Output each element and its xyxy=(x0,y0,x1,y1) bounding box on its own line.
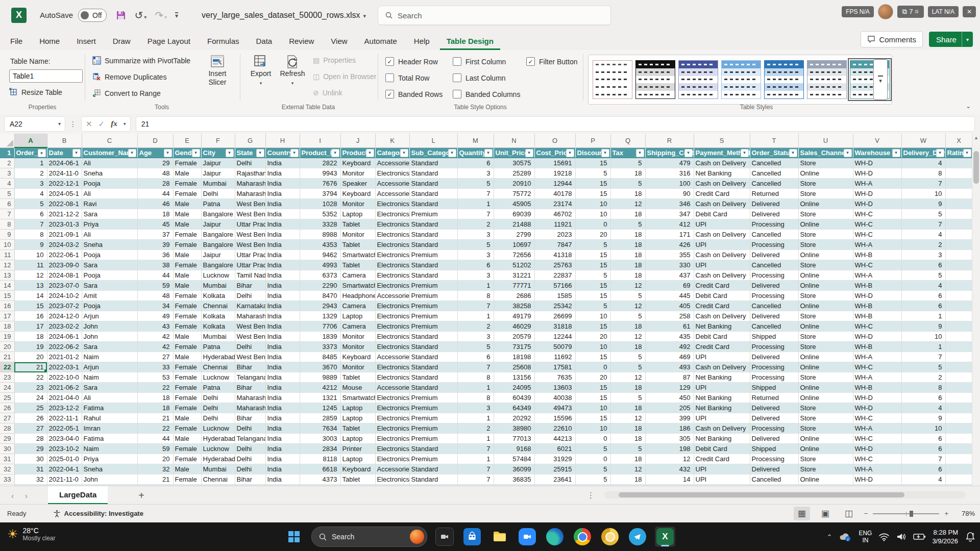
cell-O11[interactable]: 41318 xyxy=(534,250,575,260)
volume-icon[interactable] xyxy=(896,532,906,541)
filter-dropdown-icon[interactable]: ▼ xyxy=(192,149,200,157)
cell-K7[interactable]: Electronics xyxy=(375,209,409,219)
cell-V33[interactable]: WH-D xyxy=(853,474,901,485)
cell-N19[interactable]: 20579 xyxy=(494,332,534,342)
cell-A26[interactable]: 25 xyxy=(14,403,47,413)
cell-G19[interactable]: West Bengal xyxy=(235,332,265,342)
cell-T28[interactable]: Processing xyxy=(750,423,798,434)
cell-O22[interactable]: 17581 xyxy=(534,362,575,372)
cell-V18[interactable]: WH-C xyxy=(853,321,901,332)
cell-L17[interactable]: Premium xyxy=(409,311,457,321)
cell-V9[interactable]: WH-C xyxy=(853,230,901,240)
cell-M11[interactable]: 3 xyxy=(457,250,494,260)
cell-D29[interactable]: 44 xyxy=(137,434,173,444)
cell-T23[interactable]: Processing xyxy=(750,372,798,383)
cell-S7[interactable]: Debit Card xyxy=(694,209,750,219)
cell-J9[interactable]: Monitor xyxy=(340,230,375,240)
gallery-more-button[interactable]: ▾ xyxy=(873,59,888,100)
table-header-city[interactable]: City▼ xyxy=(201,147,235,158)
cell-M25[interactable]: 8 xyxy=(457,393,494,403)
cell-N22[interactable]: 25608 xyxy=(494,362,534,372)
cell-T7[interactable]: Delivered xyxy=(750,209,798,219)
cell-M28[interactable]: 2 xyxy=(457,423,494,434)
cell-W7[interactable]: 5 xyxy=(901,209,945,219)
prev-sheet-icon[interactable]: ‹ xyxy=(11,491,14,500)
cell-W16[interactable]: 6 xyxy=(901,301,945,311)
tab-home[interactable]: Home xyxy=(33,33,66,50)
cell-D16[interactable]: 34 xyxy=(137,301,173,311)
collapse-ribbon-icon[interactable]: ⌄ xyxy=(966,103,971,110)
cell-W15[interactable]: 6 xyxy=(901,291,945,301)
cell-H25[interactable]: India xyxy=(265,393,300,403)
cell-B19[interactable]: 2024-06-1 xyxy=(47,332,82,342)
column-header-A[interactable]: A xyxy=(14,134,47,147)
cell-A9[interactable]: 8 xyxy=(14,230,47,240)
cell-E3[interactable]: Male xyxy=(173,168,201,179)
row-header-29[interactable]: 29 xyxy=(0,434,14,444)
style-navy[interactable] xyxy=(678,60,718,99)
cell-J12[interactable]: Tablet xyxy=(340,260,375,270)
start-button[interactable] xyxy=(284,527,304,547)
cell-L7[interactable]: Premium xyxy=(409,209,457,219)
cell-G24[interactable]: Bihar xyxy=(235,383,265,393)
cell-R17[interactable]: 258 xyxy=(645,311,694,321)
cell-K4[interactable]: Accessories xyxy=(375,179,409,189)
cell-T15[interactable]: Processing xyxy=(750,291,798,301)
horizontal-scroll-thumb[interactable] xyxy=(619,492,904,497)
cell-G14[interactable]: Bihar xyxy=(235,281,265,291)
cell-J26[interactable]: Laptop xyxy=(340,403,375,413)
cell-U29[interactable]: Online xyxy=(798,434,853,444)
cell-H4[interactable]: India xyxy=(265,179,300,189)
tab-data[interactable]: Data xyxy=(249,33,279,50)
cell-K32[interactable]: Accessories xyxy=(375,464,409,474)
cell-N17[interactable]: 49179 xyxy=(494,311,534,321)
cell-K13[interactable]: Electronics xyxy=(375,270,409,281)
cell-J16[interactable]: Camera xyxy=(340,301,375,311)
style-gray[interactable] xyxy=(807,60,847,99)
cell-B7[interactable]: 2021-12-2 xyxy=(47,209,82,219)
cell-S14[interactable]: Credit Card xyxy=(694,281,750,291)
cell-J24[interactable]: Mouse xyxy=(340,383,375,393)
cell-F7[interactable]: Bangalore xyxy=(201,209,235,219)
cell-M5[interactable]: 7 xyxy=(457,189,494,199)
app-excel-active[interactable]: X xyxy=(655,527,675,547)
cell-K6[interactable]: Electronics xyxy=(375,199,409,209)
convert-to-range-button[interactable]: Convert to Range xyxy=(92,89,161,97)
cell-E33[interactable]: Female xyxy=(173,474,201,485)
tab-review[interactable]: Review xyxy=(282,33,321,50)
row-header-17[interactable]: 17 xyxy=(0,311,14,321)
filter-dropdown-icon[interactable]: ▼ xyxy=(366,149,374,157)
cell-C29[interactable]: Fatima xyxy=(82,434,137,444)
cell-P11[interactable]: 15 xyxy=(575,250,610,260)
cell-C32[interactable]: Sneha xyxy=(82,464,137,474)
cell-F11[interactable]: Jaipur xyxy=(201,250,235,260)
cell-C19[interactable]: John xyxy=(82,332,137,342)
cell-X12[interactable] xyxy=(945,260,972,270)
cell-P27[interactable]: 15 xyxy=(575,413,610,423)
filter-dropdown-icon[interactable]: ▼ xyxy=(226,149,234,157)
cell-B32[interactable]: 2022-04-1 xyxy=(47,464,82,474)
cell-R28[interactable]: 186 xyxy=(645,423,694,434)
cell-I15[interactable]: 8470 xyxy=(300,291,340,301)
table-name-input[interactable]: Table1 xyxy=(9,69,83,83)
cell-A7[interactable]: 6 xyxy=(14,209,47,219)
cell-C21[interactable]: Naim xyxy=(82,352,137,362)
filter-dropdown-icon[interactable]: ▼ xyxy=(128,149,136,157)
cell-O26[interactable]: 49473 xyxy=(534,403,575,413)
taskbar-search[interactable]: Search xyxy=(311,527,427,547)
filter-dropdown-icon[interactable]: ▼ xyxy=(400,149,408,157)
next-sheet-icon[interactable]: › xyxy=(25,491,28,500)
cell-P26[interactable]: 10 xyxy=(575,403,610,413)
cell-J20[interactable]: Monitor xyxy=(340,342,375,352)
cell-N24[interactable]: 24095 xyxy=(494,383,534,393)
style-light-blue[interactable] xyxy=(721,60,761,99)
cell-N21[interactable]: 18198 xyxy=(494,352,534,362)
cell-J5[interactable]: Keyboard xyxy=(340,189,375,199)
cell-W30[interactable]: 6 xyxy=(901,444,945,454)
cell-J10[interactable]: Tablet xyxy=(340,240,375,250)
cell-R21[interactable]: 469 xyxy=(645,352,694,362)
cell-U15[interactable]: Store xyxy=(798,291,853,301)
share-button[interactable]: Share ▾ xyxy=(929,32,973,47)
cell-D2[interactable]: 29 xyxy=(137,158,173,168)
cell-I28[interactable]: 7634 xyxy=(300,423,340,434)
